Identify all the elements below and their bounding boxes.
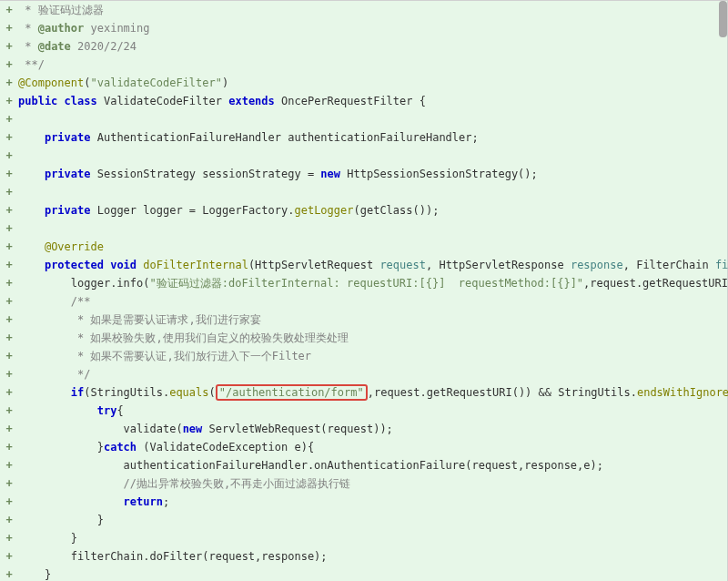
diff-gutter: + (0, 19, 18, 37)
code-token: return (124, 495, 163, 508)
diff-gutter: + (0, 456, 18, 474)
code-line: + } (0, 529, 727, 547)
code-line: + filterChain.doFilter(request,response)… (0, 547, 727, 566)
code-token: (StringUtils. (84, 386, 169, 399)
code-token: protected void (45, 259, 136, 271)
code-token: private (45, 168, 91, 180)
code-content: /** (18, 292, 727, 311)
code-token: (ValidateCodeException e){ (136, 441, 314, 454)
diff-gutter: + (0, 201, 18, 219)
code-token: "/authentication/form" (216, 384, 368, 401)
code-token: endsWithIgnoreCase (637, 386, 728, 399)
code-content: * 如果不需要认证,我们放行进入下一个Filter (18, 347, 727, 365)
code-token: } (71, 532, 77, 545)
code-line: + /** (0, 292, 727, 311)
code-token: private (45, 131, 91, 144)
code-line: + */ (0, 365, 727, 383)
code-token: ValidateCodeFilter (97, 95, 229, 107)
code-token: validate( (124, 423, 183, 435)
code-token: * 如果是需要认证请求,我们进行家宴 (77, 313, 261, 326)
code-line: + @Override (0, 238, 727, 256)
diff-gutter: + (0, 56, 18, 74)
code-content: validate(new ServletWebRequest(request))… (18, 420, 727, 438)
code-line: + private Logger logger = LoggerFactory.… (0, 201, 727, 219)
code-token: @date (38, 40, 71, 53)
code-content: * @date 2020/2/24 (18, 37, 727, 56)
code-token: new (320, 168, 340, 180)
code-content: * 如果是需要认证请求,我们进行家宴 (18, 311, 727, 329)
code-token: yexinming (84, 22, 149, 35)
code-line: + } (0, 566, 727, 581)
code-token: request (379, 259, 426, 271)
diff-gutter: + (0, 529, 18, 547)
code-token: filterChain (715, 259, 728, 271)
code-token: */ (77, 368, 90, 381)
code-content: private Logger logger = LoggerFactory.ge… (18, 201, 727, 219)
code-token: * 验证码过滤器 (25, 4, 103, 16)
code-token: 2020/2/24 (71, 40, 136, 53)
code-token: ,request.getRequestURI(),request.getMeth… (583, 277, 728, 290)
code-line: + }catch (ValidateCodeException e){ (0, 438, 727, 456)
code-content: } (18, 511, 727, 529)
code-token: } (45, 568, 51, 581)
code-content: //抛出异常校验失败,不再走小面过滤器执行链 (18, 474, 727, 493)
diff-gutter: + (0, 566, 18, 581)
code-token: ServletWebRequest(request)); (202, 423, 393, 435)
code-line: + (0, 147, 727, 165)
code-token: * 如果校验失败,使用我们自定义的校验失败处理类处理 (77, 331, 349, 344)
vertical-scrollbar[interactable] (719, 1, 727, 37)
code-token: * (25, 40, 37, 53)
code-line: + authenticationFailureHandler.onAuthent… (0, 456, 727, 474)
diff-gutter: + (0, 438, 18, 456)
code-line: + logger.info("验证码过滤器:doFilterInternal: … (0, 274, 727, 292)
code-token: SessionStrategy sessionStrategy = (90, 168, 320, 180)
code-content: } (18, 529, 727, 547)
code-line: +@Component("validateCodeFilter") (0, 74, 727, 92)
code-line: + (0, 110, 727, 128)
code-line: + * 如果是需要认证请求,我们进行家宴 (0, 311, 727, 329)
diff-gutter: + (0, 311, 18, 329)
code-token: doFilterInternal (143, 259, 248, 271)
code-token: , FilterChain (623, 259, 715, 271)
diff-gutter: + (0, 329, 18, 347)
code-content: @Override (18, 238, 727, 256)
code-line: +public class ValidateCodeFilter extends… (0, 92, 727, 110)
code-token: extends (228, 95, 275, 107)
code-token: filterChain.doFilter(request,response); (71, 550, 328, 563)
code-content: public class ValidateCodeFilter extends … (18, 92, 727, 110)
code-token: authenticationFailureHandler.onAuthentic… (124, 459, 603, 472)
code-line: + * @author yexinming (0, 19, 727, 37)
diff-gutter: + (0, 37, 18, 56)
code-content: * 如果校验失败,使用我们自定义的校验失败处理类处理 (18, 329, 727, 347)
code-line: + } (0, 511, 727, 529)
code-token: private (45, 204, 91, 217)
code-token: equals (169, 386, 208, 399)
code-line: + (0, 183, 727, 201)
diff-gutter: + (0, 165, 18, 183)
code-content: * @author yexinming (18, 19, 727, 37)
code-token: if (71, 386, 84, 399)
code-token: HttpSessionSessionStrategy(); (340, 168, 538, 180)
diff-gutter: + (0, 274, 18, 292)
diff-gutter: + (0, 347, 18, 365)
code-token: , HttpServletResponse (426, 259, 571, 271)
code-token: "validateCodeFilter" (90, 76, 222, 89)
code-token: try (97, 404, 117, 417)
code-content: filterChain.doFilter(request,response); (18, 547, 727, 566)
diff-gutter: + (0, 402, 18, 420)
code-line: + private SessionStrategy sessionStrateg… (0, 165, 727, 183)
code-line: + (0, 219, 727, 238)
code-line: + //抛出异常校验失败,不再走小面过滤器执行链 (0, 474, 727, 493)
code-content: @Component("validateCodeFilter") (18, 74, 727, 92)
code-token: ( (209, 386, 216, 399)
code-content: protected void doFilterInternal(HttpServ… (18, 256, 728, 274)
code-line: + protected void doFilterInternal(HttpSe… (0, 256, 727, 274)
code-line: + try{ (0, 402, 727, 420)
code-token: } (97, 514, 104, 526)
code-content: return; (18, 493, 727, 511)
diff-gutter: + (0, 110, 18, 128)
code-token: @author (38, 22, 85, 35)
code-token: } (97, 441, 104, 454)
code-content: authenticationFailureHandler.onAuthentic… (18, 456, 727, 474)
diff-gutter: + (0, 493, 18, 511)
